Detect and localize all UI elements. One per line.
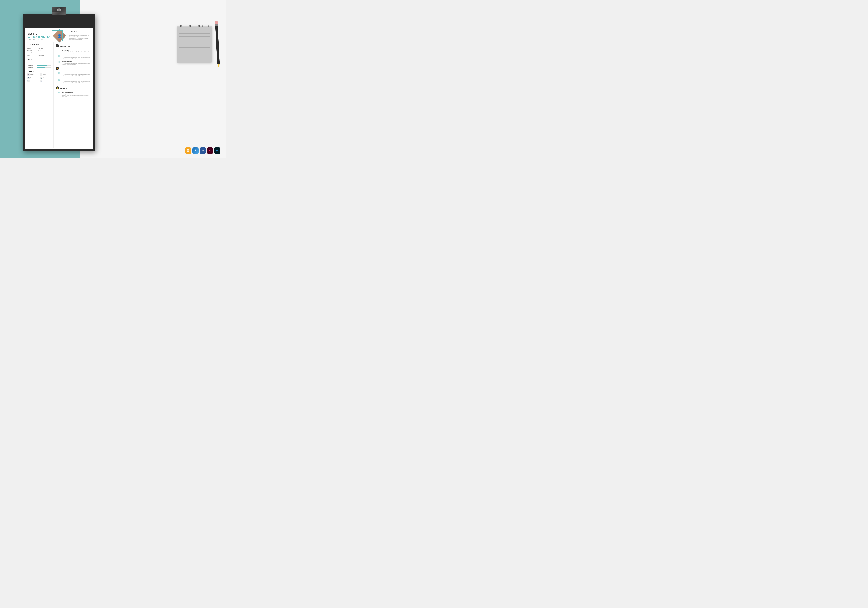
svg-rect-0 (187, 149, 189, 152)
skill-name-4: Lorem Ipsum (27, 67, 37, 68)
svg-rect-1 (187, 150, 189, 150)
value-relationship: Single (38, 50, 40, 51)
first-name: JESSIE (28, 32, 51, 35)
baseball-icon: 🎯 (27, 73, 29, 76)
bike-label: Bike (43, 77, 45, 78)
indesign-icon[interactable]: Id (207, 148, 213, 154)
pencil-tip (217, 64, 220, 67)
skill-name-1: Lorem Ipsum (27, 61, 37, 62)
achievements-title: ACHIEVMENTS (60, 68, 72, 70)
about-section: ABOUT ME Lorem Ipsum is simply dummy tex… (68, 31, 90, 40)
edu-degree-bachelor: Bachelor of Science (62, 55, 91, 57)
notepad-line-3 (179, 33, 210, 34)
value-language: English (38, 53, 41, 54)
value-phone: +14056304788 (38, 55, 44, 56)
edu-years-bachelor: 20122014 (56, 55, 60, 59)
ring-2 (185, 25, 186, 28)
right-column: 🎓 EDUCATION 20092012 High School It is a… (54, 42, 93, 148)
achievement-years-2: 20162017 (56, 79, 60, 85)
achievements-header: 🏆 ACHIEVMENTS (56, 67, 91, 71)
info-row-birthday: Birthday 22-10-1998 (27, 48, 51, 49)
skill-bar-bg-4 (37, 67, 51, 68)
jogging-icon: 🏃 (40, 73, 42, 76)
resume-paper: JESSIE CASSANDRA ANDROID DEVELOPER 👤 ABO… (25, 28, 93, 149)
achievement-item-2: 20162017 National Award It is a long est… (56, 79, 91, 85)
info-row-language: Language English (27, 53, 51, 54)
value-nationality: American (38, 51, 42, 53)
hobby-bike: 🚴 Bike (40, 76, 51, 79)
award-title-1: Best Graduate Award (62, 92, 91, 93)
resume-header: JESSIE CASSANDRA ANDROID DEVELOPER 👤 ABO… (25, 28, 93, 42)
hobbies-title: HOBBIES (27, 71, 51, 72)
word-icon[interactable]: W (200, 148, 206, 154)
travelling-icon: ✈️ (27, 80, 29, 82)
edu-item-bachelor: 20122014 Bachelor of Science It is a lon… (56, 55, 91, 59)
hobby-running: 🏃 Running (40, 80, 51, 82)
header-name-section: JESSIE CASSANDRA ANDROID DEVELOPER (28, 31, 51, 40)
value-birthday: 22-10-1998 (38, 48, 43, 49)
notepad (177, 26, 212, 62)
ring-3 (189, 25, 191, 28)
achievements-list: 20142016 Student of the year It is a lon… (56, 72, 91, 85)
notepad-line-4 (179, 35, 210, 35)
svg-rect-2 (187, 150, 189, 151)
pages-icon[interactable] (185, 148, 191, 154)
clipboard-board: JESSIE CASSANDRA ANDROID DEVELOPER 👤 ABO… (23, 14, 96, 151)
label-relationship: Relationship (27, 50, 38, 51)
achievement-title-2: National Award (62, 79, 91, 81)
info-row-relationship: Relationship Single (27, 50, 51, 51)
running-label: Running (43, 81, 46, 82)
notepad-line-12 (179, 47, 210, 48)
notepad-line-10 (179, 44, 210, 45)
social-icon: 🎮 (27, 76, 29, 79)
label-phone: Phone (27, 55, 38, 56)
svg-rect-4 (194, 151, 197, 151)
value-name: Jessie Cassandra (38, 47, 45, 47)
skill-bar-bg-1 (37, 62, 51, 62)
skills-title: SKILLS (27, 59, 51, 60)
ring-5 (198, 25, 200, 28)
notepad-line-11 (179, 46, 210, 46)
achievement-content-2: National Award It is a long established … (60, 79, 91, 85)
clip-bar (52, 12, 66, 15)
awards-icon: ⭐ (56, 86, 59, 89)
skill-bar-bg-3 (37, 65, 51, 66)
resume-body: PERSONAL INFO Name Jessie Cassandra Birt… (25, 42, 93, 148)
bike-icon: 🚴 (40, 76, 42, 79)
achievement-content-1: Student of the year It is a long establi… (60, 72, 91, 78)
keynote-icon[interactable] (192, 148, 198, 154)
info-row-name: Name Jessie Cassandra (27, 47, 51, 47)
notepad-rings (177, 25, 212, 28)
photoshop-icon[interactable]: Ps (214, 148, 220, 154)
personal-info-fields: Name Jessie Cassandra Birthday 22-10-199… (27, 47, 51, 56)
award-desc-1: It is a long established fact that a rea… (62, 93, 91, 97)
skill-bar-fill-2 (37, 64, 45, 64)
pencil-eraser (215, 21, 218, 25)
award-item-1: 2014 Best Graduate Award It is a long es… (56, 92, 91, 97)
job-title: ANDROID DEVELOPER (28, 39, 51, 40)
achievement-desc-2: It is a long established fact that a rea… (62, 81, 91, 85)
edu-item-master: 20162014 Master of Science It is a long … (56, 61, 91, 65)
app-icons-bar: W Id Ps (185, 148, 220, 154)
award-content-1: Best Graduate Award It is a long establi… (60, 92, 91, 97)
background-right (80, 0, 226, 158)
clip-top (52, 7, 66, 12)
notepad-line-5 (179, 36, 210, 37)
label-nationality: Nationality (27, 51, 38, 53)
ring-6 (202, 25, 204, 28)
baseball-label: Baseball (30, 74, 34, 75)
skill-bar-fill-1 (37, 62, 48, 62)
education-icon: 🎓 (56, 44, 59, 47)
info-row-phone: Phone +14056304788 (27, 55, 51, 56)
last-name: CASSANDRA (28, 35, 51, 39)
edu-desc-highschool: It is a long established fact that a rea… (62, 51, 91, 54)
edu-degree-highschool: High School (62, 50, 91, 51)
education-list: 20092012 High School It is a long establ… (56, 50, 91, 65)
info-row-nationality: Nationality American (27, 51, 51, 53)
edu-content-master: Master of Science It is a long establish… (60, 61, 91, 65)
label-language: Language (27, 53, 38, 54)
travelling-label: Travelling (30, 81, 34, 82)
jogging-label: Jogging (43, 74, 46, 75)
edu-desc-bachelor: It is a long established fact that a rea… (62, 57, 91, 59)
achievement-item-1: 20142016 Student of the year It is a lon… (56, 72, 91, 78)
